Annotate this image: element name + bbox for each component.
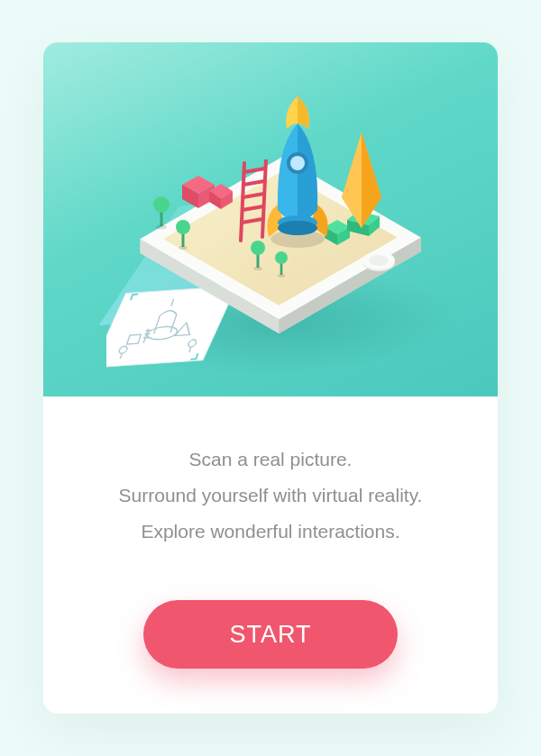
svg-point-58 [278, 221, 317, 235]
svg-point-22 [156, 225, 167, 230]
crystal-icon [336, 132, 387, 232]
svg-point-28 [253, 267, 262, 270]
svg-marker-52 [362, 132, 381, 228]
rocket-icon [261, 96, 334, 250]
tree-icon [273, 250, 289, 278]
hero-illustration [43, 42, 498, 396]
onboarding-card: Scan a real picture. Surround yourself w… [43, 42, 498, 714]
tree-icon [174, 218, 192, 250]
home-button-icon [359, 250, 399, 275]
onboarding-content: Scan a real picture. Surround yourself w… [43, 396, 498, 714]
svg-point-24 [176, 220, 190, 234]
svg-point-30 [275, 251, 288, 264]
svg-line-50 [243, 219, 263, 223]
start-button[interactable]: START [143, 600, 398, 669]
svg-point-31 [278, 274, 286, 278]
svg-point-25 [179, 246, 188, 250]
description-text: Scan a real picture. Surround yourself w… [119, 442, 423, 550]
svg-line-49 [243, 206, 263, 210]
svg-point-56 [290, 156, 305, 170]
svg-marker-53 [342, 132, 362, 228]
svg-point-21 [153, 196, 170, 213]
svg-point-19 [369, 255, 389, 266]
description-line: Surround yourself with virtual reality. [119, 485, 423, 506]
tree-icon [151, 194, 171, 230]
description-line: Explore wonderful interactions. [141, 521, 399, 542]
ar-phone-scene [43, 42, 498, 396]
cube-icon [207, 183, 234, 210]
svg-line-44 [241, 163, 244, 241]
description-line: Scan a real picture. [189, 449, 353, 469]
